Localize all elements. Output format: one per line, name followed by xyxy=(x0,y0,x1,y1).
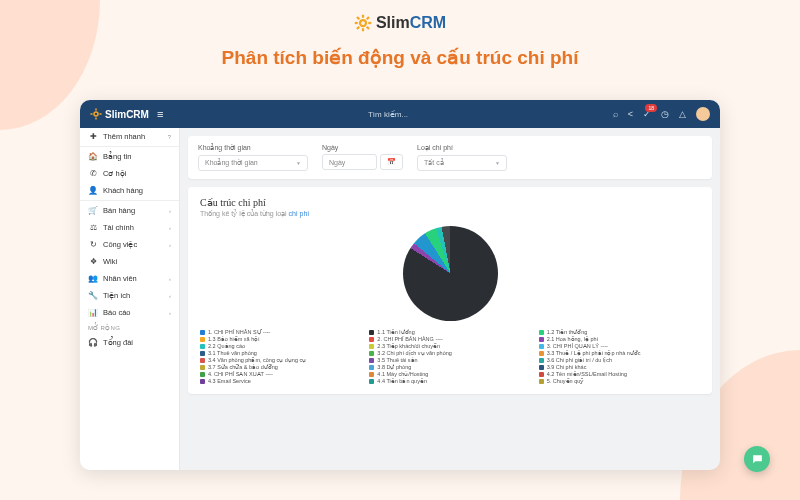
chevron-left-icon: ‹ xyxy=(169,293,171,299)
filter-type-select[interactable]: Tất cả▼ xyxy=(417,155,507,171)
bell-icon[interactable]: △ xyxy=(679,109,686,119)
sidebar-icon: 👥 xyxy=(88,274,98,283)
legend-swatch xyxy=(539,372,544,377)
app-logo[interactable]: SlimCRM xyxy=(90,108,149,120)
legend-item[interactable]: 1.1 Tiền lương xyxy=(369,329,530,335)
legend-item[interactable]: 3.9 Chi phí khác xyxy=(539,364,700,370)
legend-item[interactable]: 3.4 Văn phòng phẩm, công cụ dụng cụ xyxy=(200,357,361,363)
legend-swatch xyxy=(369,358,374,363)
filter-period-select[interactable]: Khoảng thời gian▼ xyxy=(198,155,308,171)
sidebar-item[interactable]: 🔧Tiện ích‹ xyxy=(80,287,179,304)
sidebar-item[interactable]: 👥Nhân viên‹ xyxy=(80,270,179,287)
sidebar-item-label: Cơ hội xyxy=(103,169,171,178)
legend-item[interactable]: 2.1 Hoa hồng, lệ phí xyxy=(539,336,700,342)
clock-icon[interactable]: ◷ xyxy=(661,109,669,119)
sidebar-item[interactable]: ❖Wiki xyxy=(80,253,179,270)
search-input[interactable]: Tìm kiếm... xyxy=(368,110,408,119)
chevron-left-icon: ‹ xyxy=(169,242,171,248)
legend-label: 3.2 Chi phí dịch vụ văn phòng xyxy=(377,350,452,356)
filter-day-label: Ngày xyxy=(322,144,403,151)
sidebar-icon: 🔧 xyxy=(88,291,98,300)
legend-label: 2. CHI PHÍ BÁN HÀNG ---- xyxy=(377,336,442,342)
legend-label: 3.4 Văn phòng phẩm, công cụ dụng cụ xyxy=(208,357,306,363)
legend-item[interactable]: 2.3 Tiếp khách/di chuyển xyxy=(369,343,530,349)
sidebar-icon: ✆ xyxy=(88,169,98,178)
sidebar: ✚Thêm nhanh?🏠Bảng tin✆Cơ hội👤Khách hàng🛒… xyxy=(80,128,180,470)
legend-swatch xyxy=(539,344,544,349)
legend-item[interactable]: 4.1 Máy chủ/Hosting xyxy=(369,371,530,377)
svg-line-7 xyxy=(357,27,359,29)
legend-item[interactable]: 4.2 Tên miền/SSL/Email Hosting xyxy=(539,371,700,377)
sidebar-item[interactable]: 🎧Tổng đài xyxy=(80,334,179,351)
legend-item[interactable]: 4.4 Tiền bản quyền xyxy=(369,378,530,384)
legend-label: 3.8 Dự phòng xyxy=(377,364,411,370)
legend-item[interactable]: 3.5 Thuê tài sản xyxy=(369,357,530,363)
sidebar-item-label: Báo cáo xyxy=(103,308,164,317)
legend-swatch xyxy=(369,337,374,342)
legend-item[interactable]: 3.7 Sửa chữa & bảo dưỡng xyxy=(200,364,361,370)
sidebar-item[interactable]: ↻Công việc‹ xyxy=(80,236,179,253)
legend-item[interactable]: 3.1 Thuê văn phòng xyxy=(200,350,361,356)
legend-item[interactable]: 4. CHI PHÍ SẢN XUẤT ---- xyxy=(200,371,361,377)
legend-label: 5. Chuyển quỹ xyxy=(547,378,585,384)
legend-item[interactable]: 4.3 Email Service xyxy=(200,378,361,384)
card-subtitle: Thống kê tỷ lệ của từng loại chi phí xyxy=(200,210,700,218)
legend-item[interactable]: 5. Chuyển quỹ xyxy=(539,378,700,384)
legend-item[interactable]: 3.3 Thuế / Lệ phí phải nộp nhà nước xyxy=(539,350,700,356)
legend-label: 1.3 Bảo hiểm xã hội xyxy=(208,336,259,342)
share-icon[interactable]: < xyxy=(628,109,633,119)
sidebar-item[interactable]: ✆Cơ hội xyxy=(80,165,179,182)
legend-swatch xyxy=(369,344,374,349)
chevron-left-icon: ‹ xyxy=(169,276,171,282)
sidebar-icon: 📊 xyxy=(88,308,98,317)
menu-toggle-icon[interactable]: ≡ xyxy=(157,108,163,120)
sidebar-item-label: Wiki xyxy=(103,257,171,266)
legend-swatch xyxy=(200,372,205,377)
legend-swatch xyxy=(200,365,205,370)
legend-item[interactable]: 2.2 Quảng cáo xyxy=(200,343,361,349)
filter-bar: Khoảng thời gian Khoảng thời gian▼ Ngày … xyxy=(188,136,712,179)
cost-link[interactable]: chi phí xyxy=(289,210,310,217)
legend-item[interactable]: 3.8 Dự phòng xyxy=(369,364,530,370)
legend-swatch xyxy=(200,351,205,356)
sidebar-item[interactable]: 👤Khách hàng xyxy=(80,182,179,199)
sidebar-item-label: Tài chính xyxy=(103,223,164,232)
svg-line-5 xyxy=(357,17,359,19)
gear-icon xyxy=(354,14,372,32)
sidebar-item[interactable]: 📊Báo cáo‹ xyxy=(80,304,179,321)
chevron-left-icon: ‹ xyxy=(169,225,171,231)
legend-label: 4.4 Tiền bản quyền xyxy=(377,378,427,384)
legend-label: 1. CHI PHÍ NHÂN SỰ ---- xyxy=(208,329,270,335)
check-icon[interactable]: ✓18 xyxy=(643,109,651,119)
sidebar-icon: 🛒 xyxy=(88,206,98,215)
chat-fab[interactable] xyxy=(744,446,770,472)
legend-item[interactable]: 3. CHI PHÍ QUẢN LÝ ---- xyxy=(539,343,700,349)
sidebar-item[interactable]: ✚Thêm nhanh? xyxy=(80,128,179,145)
sidebar-item[interactable]: 🏠Bảng tin xyxy=(80,148,179,165)
search-icon[interactable]: ⌕ xyxy=(613,109,618,119)
sidebar-item-label: Bảng tin xyxy=(103,152,171,161)
chevron-down-icon: ▼ xyxy=(296,160,301,166)
svg-point-9 xyxy=(94,112,98,116)
avatar[interactable] xyxy=(696,107,710,121)
headset-icon: 🎧 xyxy=(88,338,98,347)
main-content: Khoảng thời gian Khoảng thời gian▼ Ngày … xyxy=(180,128,720,470)
legend-item[interactable]: 3.6 Chi phí giải trí / du lịch xyxy=(539,357,700,363)
svg-line-8 xyxy=(367,17,369,19)
legend-label: 2.3 Tiếp khách/di chuyển xyxy=(377,343,440,349)
topbar: SlimCRM ≡ Tìm kiếm... ⌕ < ✓18 ◷ △ xyxy=(80,100,720,128)
legend-item[interactable]: 2. CHI PHÍ BÁN HÀNG ---- xyxy=(369,336,530,342)
legend-label: 3.3 Thuế / Lệ phí phải nộp nhà nước xyxy=(547,350,641,356)
legend-item[interactable]: 3.2 Chi phí dịch vụ văn phòng xyxy=(369,350,530,356)
calendar-button[interactable]: 📅 xyxy=(380,154,403,170)
legend-label: 2.2 Quảng cáo xyxy=(208,343,245,349)
sidebar-item[interactable]: ⚖Tài chính‹ xyxy=(80,219,179,236)
sidebar-item[interactable]: 🛒Bán hàng‹ xyxy=(80,202,179,219)
legend-swatch xyxy=(539,379,544,384)
filter-day-select[interactable]: Ngày xyxy=(322,154,377,170)
legend-item[interactable]: 1.2 Tiền thưởng xyxy=(539,329,700,335)
legend-item[interactable]: 1. CHI PHÍ NHÂN SỰ ---- xyxy=(200,329,361,335)
legend-item[interactable]: 1.3 Bảo hiểm xã hội xyxy=(200,336,361,342)
sidebar-item-label: Công việc xyxy=(103,240,164,249)
sidebar-item-label: Tiện ích xyxy=(103,291,164,300)
